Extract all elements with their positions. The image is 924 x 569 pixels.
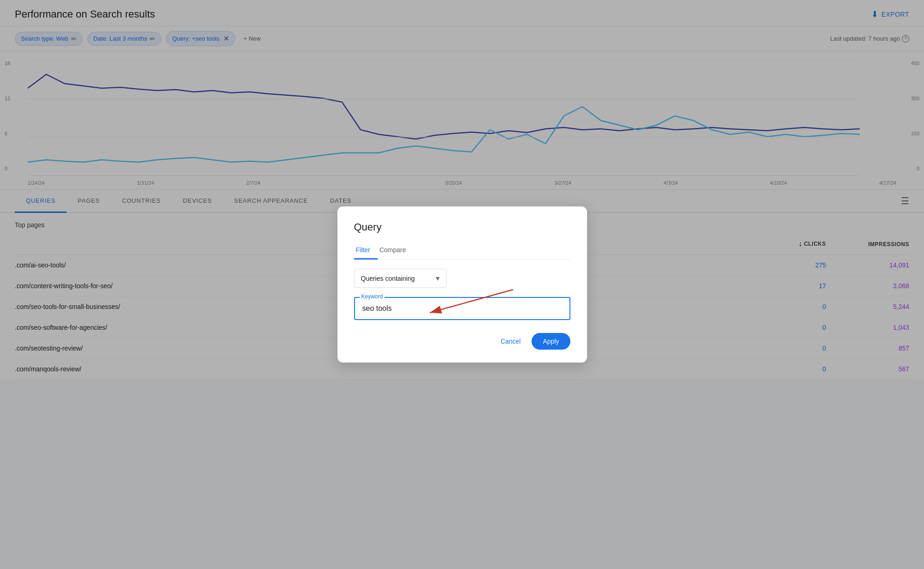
keyword-label: Keyword (360, 293, 385, 300)
keyword-input[interactable] (354, 297, 570, 320)
chevron-down-icon: ▾ (436, 274, 440, 283)
cancel-button[interactable]: Cancel (493, 333, 528, 350)
query-modal: Query Filter Compare Queries containing … (337, 206, 587, 363)
query-type-dropdown[interactable]: Queries containing ▾ (354, 269, 447, 288)
modal-tab-compare[interactable]: Compare (378, 242, 414, 260)
keyword-input-wrapper: Keyword (354, 297, 570, 320)
modal-tabs: Filter Compare (354, 242, 570, 260)
modal-title: Query (354, 221, 570, 233)
modal-tab-filter[interactable]: Filter (354, 242, 378, 260)
dropdown-container: Queries containing ▾ (354, 269, 570, 288)
modal-overlay[interactable]: Query Filter Compare Queries containing … (0, 0, 924, 569)
modal-actions: Cancel Apply (354, 333, 570, 350)
apply-button[interactable]: Apply (532, 333, 570, 350)
dropdown-value: Queries containing (361, 275, 415, 282)
